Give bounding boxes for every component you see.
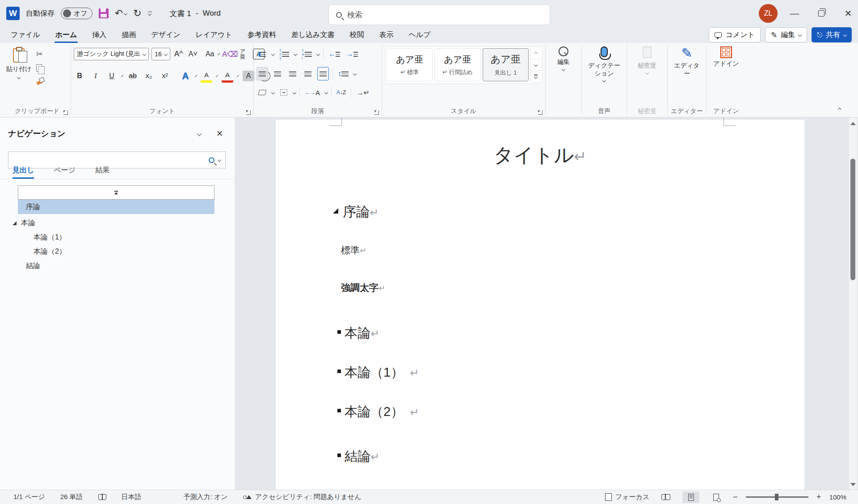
- close-button[interactable]: ✕: [838, 4, 858, 23]
- heading-collapse-icon[interactable]: [337, 454, 341, 457]
- highlight-color-button[interactable]: A: [201, 69, 212, 83]
- style-no-spacing[interactable]: あア亜 ↵ 行間詰め: [434, 48, 480, 81]
- word-logo-icon[interactable]: W: [6, 7, 20, 20]
- align-center-button[interactable]: [272, 67, 283, 80]
- font-dialog-launcher[interactable]: [246, 110, 251, 115]
- print-layout-button[interactable]: [682, 491, 699, 503]
- distribute-button[interactable]: [317, 67, 329, 80]
- justify-button[interactable]: [302, 67, 314, 80]
- doc-heading-conclusion[interactable]: 結論↵: [337, 448, 379, 466]
- save-button[interactable]: [99, 8, 109, 18]
- sort-button[interactable]: A↓Z: [335, 86, 347, 99]
- tab-design[interactable]: デザイン: [145, 28, 187, 42]
- style-heading1[interactable]: あア亜 見出し 1: [483, 48, 529, 81]
- character-width-button[interactable]: ←→A: [303, 86, 321, 99]
- cut-button[interactable]: ✂: [36, 49, 44, 59]
- line-spacing-button[interactable]: ↕: [336, 67, 350, 80]
- format-painter-button[interactable]: [36, 77, 44, 85]
- clear-formatting-button[interactable]: A⌫: [224, 47, 236, 61]
- restore-button[interactable]: [812, 4, 831, 23]
- focus-mode-button[interactable]: フォーカス: [605, 493, 649, 501]
- doc-title-line[interactable]: タイトル↵: [276, 142, 804, 168]
- styles-more-button[interactable]: [531, 71, 541, 82]
- document-page[interactable]: タイトル↵ 序論↵ 標準↵ 強調太字↵ 本論↵ 本論（1）↵ 本論（2）↵ 結論…: [276, 120, 804, 490]
- text-effects-button[interactable]: A: [180, 69, 191, 83]
- accessibility-status[interactable]: アクセシビリティ: 問題ありません: [255, 493, 362, 501]
- minimize-button[interactable]: —: [785, 4, 804, 23]
- doc-bold-line[interactable]: 強調太字↵: [341, 281, 385, 294]
- editing-button[interactable]: 編集: [548, 46, 579, 71]
- phonetic-guide-button[interactable]: ア亜: [239, 47, 250, 61]
- zoom-slider-thumb[interactable]: [775, 494, 778, 500]
- strikethrough-button[interactable]: ab: [127, 69, 139, 83]
- heading-collapse-icon[interactable]: [337, 409, 341, 412]
- zoom-out-button[interactable]: −: [732, 492, 738, 502]
- tab-mailings[interactable]: 差し込み文書: [285, 28, 341, 42]
- comments-button[interactable]: コメント: [709, 27, 761, 42]
- heading-collapse-icon[interactable]: [333, 208, 338, 214]
- underline-button[interactable]: U: [106, 69, 118, 83]
- multilevel-list-button[interactable]: 1ai: [300, 47, 313, 61]
- heading-collapse-icon[interactable]: [337, 330, 341, 334]
- navigation-search-box[interactable]: [8, 151, 226, 168]
- user-avatar[interactable]: ZL: [759, 4, 778, 23]
- styles-dialog-launcher[interactable]: [538, 110, 543, 115]
- page-count[interactable]: 1/1 ページ: [13, 493, 45, 501]
- tab-help[interactable]: ヘルプ: [402, 28, 437, 42]
- tab-file[interactable]: ファイル: [4, 28, 46, 42]
- proofing-errors-button[interactable]: [98, 494, 106, 500]
- navigation-options-chevron[interactable]: [197, 131, 202, 136]
- change-case-button[interactable]: Aa: [204, 47, 216, 61]
- read-mode-button[interactable]: [657, 491, 674, 503]
- doc-heading-intro[interactable]: 序論↵: [333, 203, 379, 221]
- zoom-slider[interactable]: [746, 496, 808, 498]
- character-shading-button[interactable]: A: [243, 71, 254, 81]
- italic-button[interactable]: I: [90, 69, 101, 83]
- borders-button[interactable]: [278, 86, 290, 99]
- nav-item-conclusion[interactable]: 結論: [0, 259, 235, 273]
- redo-button[interactable]: ↻: [133, 8, 141, 18]
- doc-heading-body2[interactable]: 本論（2）↵: [337, 403, 419, 421]
- tab-layout[interactable]: レイアウト: [189, 28, 239, 42]
- bold-button[interactable]: B: [74, 69, 85, 83]
- tab-insert[interactable]: 挿入: [86, 28, 113, 42]
- word-count[interactable]: 26 単語: [60, 493, 83, 501]
- text-prediction-indicator[interactable]: 予測入力: オン: [184, 493, 228, 501]
- font-size-combo[interactable]: 16: [151, 48, 170, 60]
- autosave-toggle[interactable]: オフ: [61, 8, 93, 19]
- clipboard-dialog-launcher[interactable]: [63, 110, 68, 115]
- superscript-button[interactable]: x²: [159, 69, 171, 83]
- font-name-combo[interactable]: 游ゴシック Light (見出: [74, 48, 149, 60]
- editor-button[interactable]: ✎ エディター: [670, 46, 703, 77]
- decrease-indent-button[interactable]: ←: [327, 47, 341, 61]
- bullets-button[interactable]: [257, 47, 268, 61]
- nav-jump-top-row[interactable]: [18, 185, 214, 200]
- numbering-button[interactable]: 123: [278, 47, 290, 61]
- style-normal[interactable]: あア亜 ↵ 標準: [387, 48, 433, 81]
- undo-button[interactable]: ↶: [115, 8, 127, 18]
- heading-collapse-icon[interactable]: [337, 370, 341, 373]
- language-indicator[interactable]: 日本語: [122, 493, 142, 501]
- navigation-close-button[interactable]: ✕: [216, 129, 223, 139]
- shading-button[interactable]: [257, 86, 268, 99]
- scroll-up-button[interactable]: [850, 122, 856, 125]
- nav-tab-headings[interactable]: 見出し: [13, 166, 34, 179]
- dictation-button[interactable]: ディクテーション: [585, 46, 624, 82]
- grow-font-button[interactable]: A^: [173, 47, 185, 61]
- copy-button[interactable]: [36, 64, 42, 71]
- collapse-triangle-icon[interactable]: [13, 221, 17, 225]
- editing-mode-button[interactable]: ✎ 編集: [765, 27, 807, 42]
- formatting-marks-button[interactable]: →↵: [355, 86, 370, 99]
- addins-button[interactable]: アドイン: [709, 46, 743, 68]
- font-color-button[interactable]: A: [222, 69, 233, 83]
- subscript-button[interactable]: x₂: [143, 69, 155, 83]
- paragraph-dialog-launcher[interactable]: [374, 110, 379, 115]
- nav-item-body1[interactable]: 本論（1）: [0, 230, 235, 244]
- tab-view[interactable]: 表示: [373, 28, 400, 42]
- zoom-level[interactable]: 100%: [829, 493, 846, 501]
- paste-button[interactable]: 貼り付け: [6, 46, 32, 79]
- doc-heading-body1[interactable]: 本論（1）↵: [337, 364, 419, 382]
- zoom-in-button[interactable]: +: [816, 492, 821, 502]
- shrink-font-button[interactable]: A˅: [187, 47, 199, 61]
- scroll-down-button[interactable]: [850, 483, 856, 486]
